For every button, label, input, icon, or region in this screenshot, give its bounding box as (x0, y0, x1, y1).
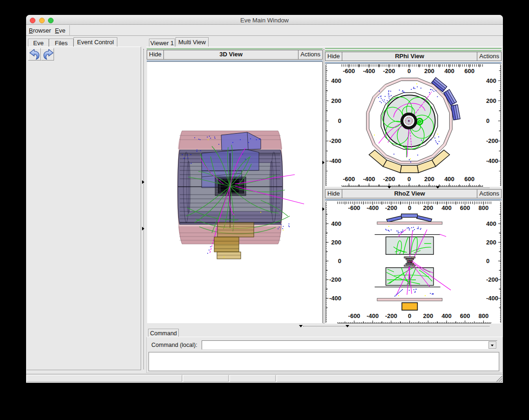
svg-text:0: 0 (338, 117, 341, 124)
svg-text:-200: -200 (383, 68, 395, 75)
svg-text:400: 400 (444, 176, 454, 183)
svg-text:-400: -400 (329, 295, 341, 302)
svg-text:0: 0 (407, 68, 411, 75)
svg-text:0: 0 (408, 204, 411, 211)
svg-text:-400: -400 (363, 68, 375, 75)
svg-text:600: 600 (464, 68, 475, 75)
svg-text:800: 800 (478, 312, 488, 319)
svg-text:400: 400 (331, 220, 341, 227)
svg-text:600: 600 (464, 176, 475, 183)
svg-text:-200: -200 (329, 137, 341, 144)
svg-text:-600: -600 (343, 68, 355, 75)
svg-text:-600: -600 (343, 176, 355, 183)
svg-text:200: 200 (424, 176, 434, 183)
svg-text:400: 400 (486, 77, 496, 84)
svg-text:0: 0 (407, 176, 411, 183)
svg-text:200: 200 (424, 68, 434, 75)
svg-text:-600: -600 (348, 204, 360, 211)
svg-text:-400: -400 (366, 312, 379, 319)
svg-text:400: 400 (444, 68, 454, 75)
svg-text:-200: -200 (385, 312, 397, 319)
svg-text:600: 600 (460, 204, 470, 211)
svg-text:200: 200 (331, 97, 341, 104)
svg-text:200: 200 (423, 204, 433, 211)
svg-text:0: 0 (486, 257, 489, 264)
svg-text:400: 400 (486, 220, 496, 227)
svg-text:-400: -400 (329, 157, 341, 164)
svg-text:-200: -200 (383, 176, 395, 183)
svg-text:-200: -200 (486, 276, 498, 283)
svg-text:0: 0 (486, 117, 489, 124)
svg-text:200: 200 (331, 239, 341, 246)
svg-text:-400: -400 (366, 204, 379, 211)
svg-text:-400: -400 (486, 295, 498, 302)
svg-text:200: 200 (423, 312, 433, 319)
svg-text:200: 200 (486, 97, 496, 104)
svg-text:-200: -200 (385, 204, 397, 211)
svg-text:400: 400 (441, 312, 452, 319)
svg-text:0: 0 (408, 312, 411, 319)
svg-text:400: 400 (441, 204, 452, 211)
svg-text:0: 0 (338, 257, 341, 264)
svg-text:-200: -200 (486, 137, 498, 144)
svg-text:800: 800 (478, 204, 488, 211)
svg-text:200: 200 (486, 239, 496, 246)
svg-text:600: 600 (460, 312, 470, 319)
svg-text:-600: -600 (348, 312, 360, 319)
svg-text:-400: -400 (363, 176, 375, 183)
svg-text:-200: -200 (329, 276, 341, 283)
svg-text:-400: -400 (486, 157, 498, 164)
svg-text:400: 400 (331, 77, 341, 84)
